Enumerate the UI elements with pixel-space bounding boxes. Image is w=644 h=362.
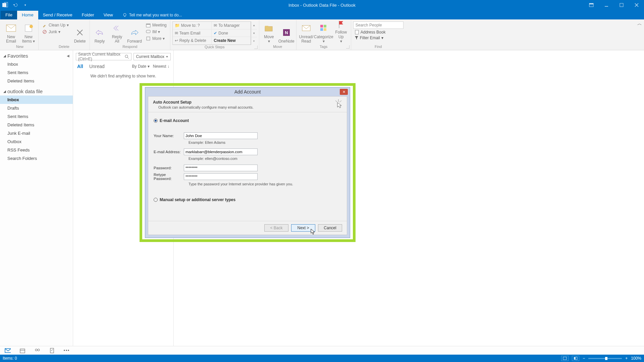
maximize-button[interactable] <box>614 0 629 10</box>
reply-delete-icon: ↩ <box>175 38 178 43</box>
dialog-title: Add Account <box>234 89 261 95</box>
zoom-in-icon[interactable]: + <box>625 356 628 361</box>
tab-home[interactable]: Home <box>17 11 38 19</box>
dialog-close-button[interactable]: ✕ <box>340 89 348 95</box>
folder-sent-items[interactable]: Sent Items <box>0 112 73 121</box>
meeting-button[interactable]: Meeting <box>144 22 168 28</box>
search-people-input[interactable]: Search People <box>353 21 404 29</box>
folder-outbox[interactable]: Outbox <box>0 137 73 146</box>
qs-scroll[interactable]: ▲▼▾ <box>251 21 257 45</box>
view-reading-icon[interactable] <box>572 356 579 361</box>
onenote-button[interactable]: NOneNote <box>279 21 294 44</box>
folder-inbox[interactable]: Inbox <box>0 96 73 104</box>
tab-send-receive[interactable]: Send / Receive <box>38 11 77 19</box>
wizard-cursor-icon <box>334 99 343 109</box>
zoom-out-icon[interactable]: − <box>583 356 585 361</box>
reply-all-button[interactable]: Reply All <box>109 21 125 44</box>
back-button[interactable]: < Back <box>264 224 288 232</box>
label-your-name: Your Name: <box>154 134 184 138</box>
group-label-delete: Delete <box>41 45 88 49</box>
move-button[interactable]: Move▾ <box>261 21 277 44</box>
sort-newest[interactable]: Newest ↓ <box>153 64 169 69</box>
filter-email-button[interactable]: Filter Email ▾ <box>353 36 404 40</box>
group-label-respond: Respond <box>92 45 168 49</box>
search-scope-dropdown[interactable]: Current Mailbox▼ <box>133 53 171 60</box>
tasks-view-icon[interactable] <box>49 348 55 354</box>
check-icon: ✔ <box>214 31 217 36</box>
folder-junk[interactable]: Junk E-mail <box>0 129 73 137</box>
label-retype-password: Retype Password: <box>154 173 184 181</box>
im-button[interactable]: IM ▾ <box>144 29 168 35</box>
data-file-header[interactable]: ◢outlook data file <box>0 85 73 96</box>
forward-button[interactable]: Forward <box>127 21 142 44</box>
navigation-pane: ◢Favorites ◀ Inbox Sent Items Deleted It… <box>0 50 73 346</box>
broom-icon <box>42 22 47 28</box>
delete-button[interactable]: Delete <box>72 21 88 44</box>
radio-manual-label: Manual setup or additional server types <box>160 197 235 202</box>
ribbon-display-icon[interactable] <box>584 0 599 10</box>
qat-customize-icon[interactable]: ▾ <box>22 2 28 8</box>
fav-inbox[interactable]: Inbox <box>0 60 73 68</box>
folder-rss[interactable]: RSS Feeds <box>0 146 73 154</box>
fav-sent-items[interactable]: Sent Items <box>0 68 73 77</box>
envelope-icon <box>6 23 16 34</box>
dialog-launcher-icon[interactable] <box>254 46 258 49</box>
radio-email-label: E-mail Account <box>160 118 189 123</box>
new-email-button[interactable]: New Email <box>3 21 19 44</box>
reply-button[interactable]: Reply <box>92 21 107 44</box>
mail-view-icon[interactable] <box>5 348 11 354</box>
qs-reply-delete: ↩Reply & Delete <box>173 37 212 45</box>
dialog-header-title: Auto Account Setup <box>153 100 342 105</box>
email-input[interactable] <box>184 148 258 155</box>
svg-rect-26 <box>320 25 323 27</box>
people-view-icon[interactable] <box>34 348 40 354</box>
tags-launcher-icon[interactable] <box>346 45 350 49</box>
unread-read-button[interactable]: Unread/ Read <box>299 21 314 44</box>
collapse-ribbon-icon[interactable]: ︿ <box>637 21 642 27</box>
folder-deleted-items[interactable]: Deleted Items <box>0 121 73 129</box>
tell-me-search[interactable]: Tell me what you want to do... <box>118 11 187 19</box>
svg-rect-31 <box>355 30 359 34</box>
qs-team-email: ✉Team Email <box>173 29 212 37</box>
more-respond-button[interactable]: More ▾ <box>144 36 168 42</box>
follow-up-button[interactable]: Follow Up ▾ <box>333 21 349 44</box>
undo-icon[interactable] <box>12 2 18 8</box>
more-views-icon[interactable]: ••• <box>64 348 70 354</box>
hint-email: Example: ellen@contoso.com <box>154 157 341 161</box>
new-items-button[interactable]: New Items ▾ <box>21 21 36 44</box>
junk-button[interactable]: Junk ▾ <box>41 29 70 35</box>
folder-search-folders[interactable]: Search Folders <box>0 154 73 163</box>
fav-deleted-items[interactable]: Deleted Items <box>0 77 73 85</box>
password-input[interactable] <box>184 165 258 171</box>
calendar-view-icon[interactable] <box>19 348 25 354</box>
radio-email-account[interactable]: E-mail Account <box>154 118 341 123</box>
new-items-icon <box>23 23 34 34</box>
cancel-button[interactable]: Cancel <box>318 224 342 232</box>
filter-all[interactable]: All <box>77 64 83 69</box>
cleanup-button[interactable]: Clean Up ▾ <box>41 22 70 28</box>
your-name-input[interactable] <box>184 132 258 139</box>
sort-by-date[interactable]: By Date ▾ <box>132 64 150 69</box>
tab-file[interactable]: File <box>1 11 17 19</box>
svg-text:N: N <box>285 30 288 35</box>
folder-drafts[interactable]: Drafts <box>0 104 73 112</box>
tab-folder[interactable]: Folder <box>77 11 99 19</box>
svg-rect-39 <box>50 348 54 353</box>
tab-view[interactable]: View <box>99 11 118 19</box>
quick-access-toolbar: ▾ <box>0 2 28 8</box>
quick-steps-gallery[interactable]: 📁Move to: ? ✉To Manager ✉Team Email ✔Don… <box>172 21 251 45</box>
filter-unread[interactable]: Unread <box>89 64 105 69</box>
close-button[interactable] <box>629 0 644 10</box>
categorize-button[interactable]: Categorize▾ <box>316 21 331 44</box>
radio-manual-setup[interactable]: Manual setup or additional server types <box>154 197 341 202</box>
zoom-slider[interactable] <box>588 358 622 359</box>
favorites-header[interactable]: ◢Favorites ◀ <box>0 50 73 60</box>
group-label-tags: Tags <box>299 45 349 49</box>
minimize-button[interactable] <box>599 0 614 10</box>
title-bar: ▾ Inbox - Outlook Data File - Outlook <box>0 0 644 10</box>
address-book-button[interactable]: Address Book <box>353 30 404 35</box>
view-normal-icon[interactable] <box>561 356 569 361</box>
search-mailbox-input[interactable]: Search Current Mailbox (Ctrl+E) <box>76 53 131 60</box>
minimize-nav-icon[interactable]: ◀ <box>67 54 69 58</box>
retype-password-input[interactable] <box>184 173 258 180</box>
